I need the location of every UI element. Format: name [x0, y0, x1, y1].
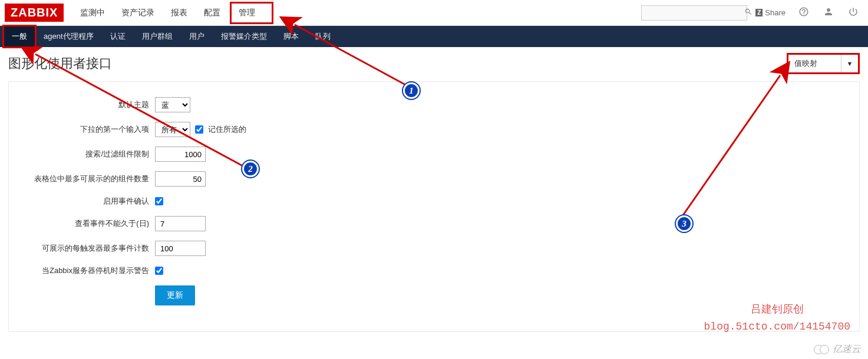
- subnav-general[interactable]: 一般: [4, 26, 35, 47]
- label-remember: 记住所选的: [208, 124, 246, 135]
- row-default-theme: 默认主题 蓝: [21, 97, 847, 112]
- label-max-items: 表格位中最多可展示的的组件数量: [21, 174, 155, 184]
- subnav-mediatypes[interactable]: 报警媒介类型: [213, 26, 275, 47]
- label-first-input: 下拉的第一个输入项: [21, 124, 155, 135]
- topnav-monitor[interactable]: 监测中: [73, 2, 112, 24]
- update-button[interactable]: 更新: [155, 285, 195, 305]
- label-max-triggers: 可展示的每触发器最多事件计数: [21, 243, 155, 254]
- topbar-right: Z Share: [641, 5, 863, 21]
- topbar: ZABBIX 监测中 资产记录 报表 配置 管理 Z Share: [0, 0, 868, 26]
- subnav-proxies[interactable]: agent代理程序: [35, 26, 102, 47]
- topnav-reports[interactable]: 报表: [164, 2, 194, 24]
- row-max-items: 表格位中最多可展示的的组件数量: [21, 171, 847, 187]
- page-dropdown-label: 值映射: [788, 55, 841, 72]
- row-first-input: 下拉的第一个输入项 所有 记住所选的: [21, 122, 847, 137]
- topnav-admin[interactable]: 管理: [230, 2, 273, 24]
- settings-panel: 默认主题 蓝 下拉的第一个输入项 所有 记住所选的 搜索/过滤组件限制: [8, 81, 860, 332]
- label-default-theme: 默认主题: [21, 99, 155, 110]
- checkbox-remember[interactable]: [195, 125, 203, 134]
- row-search-limit: 搜索/过滤组件限制: [21, 147, 847, 162]
- share-label: Share: [765, 8, 786, 17]
- page-dropdown[interactable]: 值映射 ▼: [787, 53, 860, 74]
- input-event-days[interactable]: [155, 216, 206, 231]
- input-max-triggers[interactable]: [155, 241, 206, 256]
- user-icon[interactable]: [819, 6, 839, 19]
- topnav: 监测中 资产记录 报表 配置 管理: [73, 2, 273, 24]
- help-icon[interactable]: [794, 6, 814, 19]
- callout-3: 3: [676, 215, 692, 232]
- checkbox-show-warn[interactable]: [155, 267, 163, 275]
- subnav-auth[interactable]: 认证: [102, 26, 134, 47]
- search-icon[interactable]: [744, 8, 753, 18]
- label-search-limit: 搜索/过滤组件限制: [21, 149, 155, 159]
- subnav: 一般 agent代理程序 认证 用户群组 用户 报警媒介类型 脚本 队列: [0, 26, 868, 47]
- label-enable-ack: 启用事件确认: [21, 196, 155, 207]
- logo: ZABBIX: [5, 4, 64, 22]
- row-max-triggers: 可展示的每触发器最多事件计数: [21, 241, 847, 256]
- watermark-url: blog.51cto.com/14154700: [704, 318, 850, 335]
- checkbox-enable-ack[interactable]: [155, 197, 163, 205]
- select-first-input[interactable]: 所有: [155, 122, 190, 137]
- subnav-users[interactable]: 用户: [181, 26, 213, 47]
- share-button[interactable]: Z Share: [752, 8, 789, 17]
- watermark: 吕建钊原创 blog.51cto.com/14154700: [704, 301, 850, 335]
- label-show-warn: 当Zabbix服务器停机时显示警告: [21, 265, 155, 276]
- watermark-author: 吕建钊原创: [704, 301, 850, 318]
- subnav-usergroups[interactable]: 用户群组: [134, 26, 181, 47]
- chevron-down-icon: ▼: [841, 55, 858, 72]
- search-box[interactable]: [641, 5, 747, 21]
- share-z-icon: Z: [755, 9, 763, 16]
- subnav-queue[interactable]: 队列: [307, 26, 339, 47]
- row-enable-ack: 启用事件确认: [21, 196, 847, 207]
- label-event-days: 查看事件不能久于(日): [21, 218, 155, 229]
- topnav-inventory[interactable]: 资产记录: [114, 2, 161, 24]
- input-max-items[interactable]: [155, 171, 206, 187]
- callout-2: 2: [242, 161, 259, 177]
- callout-1: 1: [403, 82, 420, 99]
- topnav-config[interactable]: 配置: [197, 2, 227, 24]
- page-header: 图形化使用者接口 值映射 ▼: [0, 47, 868, 81]
- search-input[interactable]: [645, 8, 744, 17]
- row-show-warn: 当Zabbix服务器停机时显示警告: [21, 265, 847, 276]
- page-title: 图形化使用者接口: [8, 55, 787, 72]
- row-event-days: 查看事件不能久于(日): [21, 216, 847, 231]
- subnav-scripts[interactable]: 脚本: [275, 26, 307, 47]
- input-search-limit[interactable]: [155, 147, 206, 162]
- power-icon[interactable]: [843, 6, 863, 19]
- select-default-theme[interactable]: 蓝: [155, 97, 190, 112]
